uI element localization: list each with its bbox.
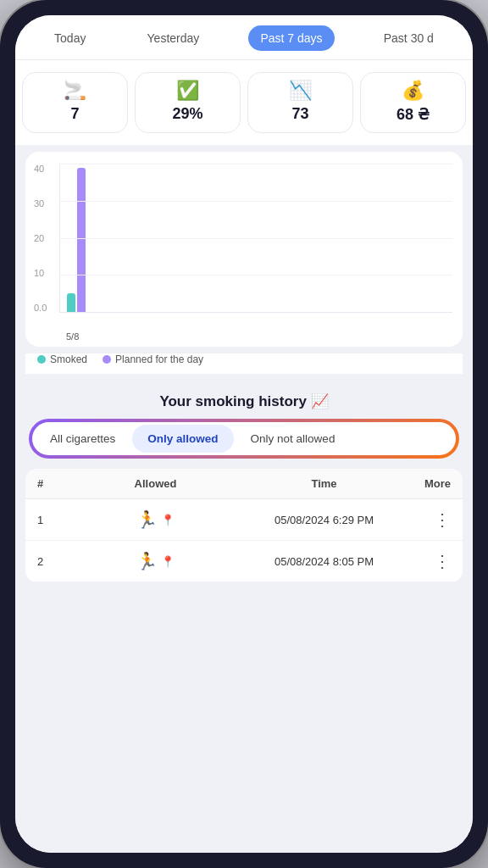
row2-time: 05/08/2024 8:05 PM bbox=[240, 555, 408, 568]
tab-today[interactable]: Today bbox=[42, 25, 97, 51]
trend-icon: 📉 bbox=[289, 81, 312, 100]
y-label-20: 20 bbox=[34, 233, 47, 243]
smoked-dot bbox=[37, 355, 46, 364]
tabs-bar: Today Yesterday Past 7 days Past 30 d bbox=[15, 15, 473, 60]
tab-past7days[interactable]: Past 7 days bbox=[248, 25, 334, 51]
y-label-10: 10 bbox=[34, 268, 47, 278]
tab-yesterday[interactable]: Yesterday bbox=[136, 25, 212, 51]
th-allowed: Allowed bbox=[71, 477, 240, 490]
bar-teal bbox=[67, 293, 75, 312]
chart-area: 0.0 10 20 30 40 5/8 bbox=[25, 152, 463, 347]
stats-row: 🚬 7 ✅ 29% 📉 73 💰 68 ₴ bbox=[15, 60, 473, 145]
filter-only-allowed[interactable]: Only allowed bbox=[132, 425, 233, 453]
planned-dot bbox=[103, 355, 111, 364]
bar-label: 5/8 bbox=[66, 331, 79, 342]
filter-only-not-allowed[interactable]: Only not allowed bbox=[236, 425, 351, 453]
stat-percent-value: 29% bbox=[172, 105, 202, 123]
stat-smoked-value: 7 bbox=[70, 105, 79, 123]
row2-allowed: 🏃 📍 bbox=[71, 551, 240, 571]
smoke-icon-2: 🏃 bbox=[136, 551, 158, 571]
y-label-0: 0.0 bbox=[34, 303, 47, 313]
stat-trend-value: 73 bbox=[291, 105, 308, 123]
stat-money-value: 68 ₴ bbox=[396, 105, 430, 124]
smoke-icon-1: 🏃 bbox=[136, 509, 158, 530]
table-row: 1 🏃 📍 05/08/2024 6:29 PM ⋮ bbox=[25, 499, 463, 541]
money-icon: 💰 bbox=[402, 81, 424, 100]
phone-frame: Today Yesterday Past 7 days Past 30 d 🚬 … bbox=[0, 0, 488, 868]
y-label-40: 40 bbox=[34, 164, 47, 174]
th-more: More bbox=[408, 477, 451, 490]
row2-more[interactable]: ⋮ bbox=[408, 551, 451, 571]
stat-percentage: ✅ 29% bbox=[135, 72, 241, 133]
legend-smoked-label: Smoked bbox=[50, 353, 87, 365]
check-icon: ✅ bbox=[176, 81, 199, 100]
row1-time: 05/08/2024 6:29 PM bbox=[240, 514, 408, 526]
table-row: 2 🏃 📍 05/08/2024 8:05 PM ⋮ bbox=[25, 541, 463, 582]
chart-label-area: 5/8 bbox=[59, 331, 452, 342]
bar-purple bbox=[77, 168, 86, 312]
pin-icon-1: 📍 bbox=[161, 514, 175, 526]
chart-inner bbox=[59, 164, 452, 313]
row1-allowed: 🏃 📍 bbox=[71, 509, 240, 530]
chart-legend: Smoked Planned for the day bbox=[25, 353, 463, 374]
history-title: Your smoking history 📈 bbox=[15, 381, 473, 419]
legend-planned-label: Planned for the day bbox=[115, 353, 203, 365]
filter-all-cigarettes[interactable]: All cigarettes bbox=[35, 425, 130, 453]
chart-y-labels: 0.0 10 20 30 40 bbox=[34, 164, 47, 313]
stat-smoked: 🚬 7 bbox=[22, 72, 128, 133]
row2-num: 2 bbox=[37, 555, 71, 568]
table-header: # Allowed Time More bbox=[25, 469, 463, 499]
smoked-icon: 🚬 bbox=[64, 81, 86, 100]
th-time: Time bbox=[240, 477, 408, 490]
row1-more[interactable]: ⋮ bbox=[408, 509, 451, 530]
stat-money: 💰 68 ₴ bbox=[360, 72, 466, 133]
th-num: # bbox=[37, 477, 71, 490]
stat-trend: 📉 73 bbox=[247, 72, 353, 133]
pin-icon-2: 📍 bbox=[161, 555, 175, 568]
tab-past30d[interactable]: Past 30 d bbox=[372, 25, 446, 51]
row1-num: 1 bbox=[37, 514, 71, 526]
filter-inner: All cigarettes Only allowed Only not all… bbox=[32, 422, 456, 455]
history-section: Your smoking history 📈 All cigarettes On… bbox=[15, 381, 473, 853]
legend-planned: Planned for the day bbox=[103, 353, 203, 365]
phone-screen: Today Yesterday Past 7 days Past 30 d 🚬 … bbox=[15, 15, 473, 853]
legend-smoked: Smoked bbox=[37, 353, 87, 365]
history-table: # Allowed Time More 1 🏃 📍 05/08/2024 6:2… bbox=[25, 469, 463, 582]
y-label-30: 30 bbox=[34, 198, 47, 209]
filter-outer: All cigarettes Only allowed Only not all… bbox=[29, 419, 459, 459]
